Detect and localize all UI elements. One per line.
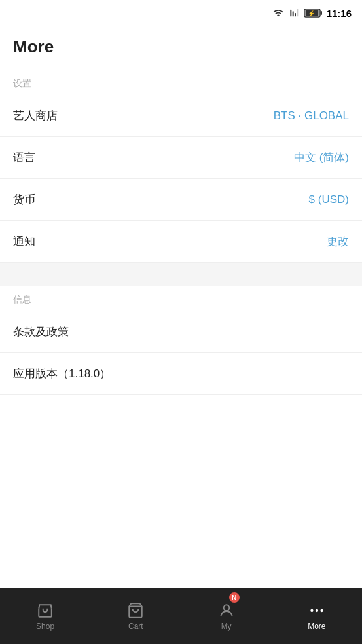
svg-rect-3 <box>297 9 298 16</box>
svg-point-13 <box>320 609 323 611</box>
cart-icon <box>127 602 144 619</box>
settings-section: 设置 艺人商店 BTS · GLOBAL 语言 中文 (简体) 货币 $ (US… <box>0 70 362 263</box>
artist-store-row[interactable]: 艺人商店 BTS · GLOBAL <box>0 95 362 137</box>
svg-point-12 <box>316 609 318 611</box>
my-badge: N <box>229 592 240 603</box>
signal-icon <box>289 8 300 18</box>
page-title: More <box>0 26 362 70</box>
notification-label: 通知 <box>13 234 35 249</box>
svg-rect-1 <box>292 11 293 16</box>
nav-item-more[interactable]: More <box>272 588 362 644</box>
nav-item-my[interactable]: N My <box>181 588 272 644</box>
artist-store-value: BTS · GLOBAL <box>274 109 349 123</box>
battery-icon: ⚡ <box>304 8 323 18</box>
notification-value: 更改 <box>327 234 349 249</box>
status-bar: ⚡ 11:16 <box>0 0 362 26</box>
nav-item-shop[interactable]: Shop <box>0 588 90 644</box>
terms-row[interactable]: 条款及政策 <box>0 311 362 353</box>
my-label: My <box>221 622 232 631</box>
currency-row[interactable]: 货币 $ (USD) <box>0 179 362 221</box>
info-section-header: 信息 <box>0 286 362 311</box>
svg-text:⚡: ⚡ <box>307 10 315 18</box>
svg-point-10 <box>223 605 229 611</box>
svg-rect-6 <box>320 11 322 15</box>
shop-label: Shop <box>36 622 54 631</box>
wifi-icon <box>272 8 285 18</box>
terms-label: 条款及政策 <box>13 324 69 339</box>
svg-rect-0 <box>290 10 291 17</box>
more-label: More <box>308 622 325 631</box>
more-icon <box>308 602 325 619</box>
info-section: 信息 条款及政策 应用版本（1.18.0） <box>0 286 362 395</box>
cart-label: Cart <box>128 622 143 631</box>
app-version-label: 应用版本（1.18.0） <box>13 366 111 381</box>
language-label: 语言 <box>13 150 35 165</box>
section-divider <box>0 263 362 286</box>
status-icons: ⚡ 11:16 <box>272 8 352 19</box>
status-time: 11:16 <box>327 8 352 19</box>
bottom-nav: Shop Cart N My <box>0 588 362 644</box>
svg-point-11 <box>310 609 313 611</box>
language-row[interactable]: 语言 中文 (简体) <box>0 137 362 179</box>
language-value: 中文 (简体) <box>294 150 349 165</box>
currency-value: $ (USD) <box>309 193 349 206</box>
nav-item-cart[interactable]: Cart <box>90 588 181 644</box>
notification-row[interactable]: 通知 更改 <box>0 221 362 263</box>
main-content: 设置 艺人商店 BTS · GLOBAL 语言 中文 (简体) 货币 $ (US… <box>0 70 362 588</box>
shop-icon <box>37 602 54 619</box>
currency-label: 货币 <box>13 192 35 207</box>
app-version-row: 应用版本（1.18.0） <box>0 353 362 395</box>
settings-section-header: 设置 <box>0 70 362 95</box>
user-icon <box>218 602 235 619</box>
artist-store-label: 艺人商店 <box>13 108 58 123</box>
svg-rect-2 <box>295 13 296 16</box>
